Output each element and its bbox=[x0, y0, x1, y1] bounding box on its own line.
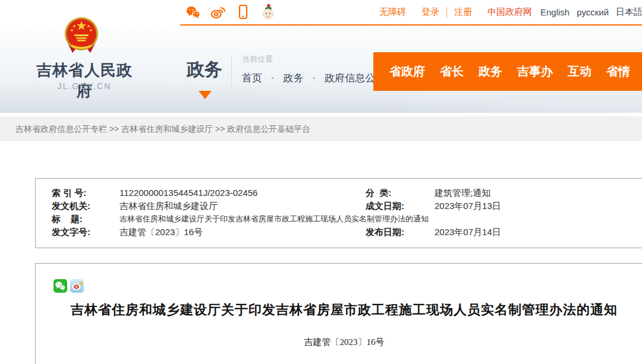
publish-date-label: 发布日期: bbox=[366, 226, 435, 239]
site-domain: JL.GOV.CN bbox=[29, 81, 140, 91]
location-label: 当前位置 bbox=[242, 54, 385, 65]
nav-item-province-profile[interactable]: 省情 bbox=[606, 64, 630, 80]
section-tab-zhengwu[interactable]: 政务 bbox=[187, 58, 222, 82]
nav-item-zhengwu[interactable]: 政务 bbox=[479, 64, 502, 80]
publish-date-value: 2023年07月14日 bbox=[435, 226, 642, 239]
site-header: 吉林省人民政府 JL.GOV.CN 政务 当前位置 首页 政务 政府信息公开 省… bbox=[0, 26, 642, 113]
location-breadcrumb: 首页 政务 政府信息公开 bbox=[242, 71, 385, 85]
login-link[interactable]: 登录 bbox=[421, 7, 439, 18]
breadcrumb-home[interactable]: 首页 bbox=[242, 71, 262, 85]
index-number-label: 索 引 号: bbox=[52, 186, 119, 200]
site-name: 吉林省人民政府 bbox=[29, 60, 140, 102]
login-register-divider bbox=[446, 7, 447, 18]
japanese-link[interactable]: 日本語 bbox=[616, 7, 642, 18]
weibo-icon[interactable] bbox=[210, 4, 226, 21]
english-link[interactable]: English bbox=[540, 7, 569, 17]
article-title: 吉林省住房和城乡建设厅关于印发吉林省房屋市政工程施工现场人员实名制管理办法的通知 bbox=[54, 301, 635, 319]
issuing-agency-value: 吉林省住房和城乡建设厅 bbox=[119, 200, 366, 213]
article-box: 吉林省住房和城乡建设厅关于印发吉林省房屋市政工程施工现场人员实名制管理办法的通知… bbox=[35, 263, 642, 364]
main-nav: 省政府 省长 政务 吉事办 互动 省情 数据 bbox=[373, 52, 642, 91]
mascot-icon[interactable] bbox=[260, 4, 276, 21]
path-bar[interactable]: 吉林省政府信息公开专栏 >> 吉林省住房和城乡建设厅 >> 政府信息公开基础平台 bbox=[0, 116, 642, 141]
accessibility-link[interactable]: 无障碍 bbox=[379, 7, 406, 18]
nav-item-governor[interactable]: 省长 bbox=[440, 64, 464, 80]
nav-item-interaction[interactable]: 互动 bbox=[568, 64, 591, 80]
title-label: 标 题: bbox=[52, 213, 119, 226]
document-info-grid: 索 引 号: 11220000013544541J/2023-02456 分 类… bbox=[52, 186, 642, 239]
mobile-icon[interactable] bbox=[235, 4, 251, 21]
category-value: 建筑管理;通知 bbox=[435, 186, 642, 200]
index-number-value: 11220000013544541J/2023-02456 bbox=[119, 186, 366, 200]
national-emblem-logo-icon[interactable] bbox=[63, 16, 100, 55]
share-row bbox=[54, 279, 635, 293]
header-divider bbox=[231, 55, 232, 90]
russian-link[interactable]: русский bbox=[577, 7, 609, 17]
category-label: 分 类: bbox=[366, 186, 435, 200]
wechat-share-icon[interactable] bbox=[54, 279, 67, 293]
written-date-value: 2023年07月13日 bbox=[435, 200, 642, 213]
register-link[interactable]: 注册 bbox=[454, 7, 472, 18]
current-location: 当前位置 首页 政务 政府信息公开 bbox=[242, 54, 385, 85]
top-bar-links: 无障碍 登录 注册 中国政府网 English русский 日本語 한국어 bbox=[379, 0, 642, 24]
written-date-label: 成文日期: bbox=[366, 200, 435, 213]
wechat-icon[interactable] bbox=[185, 4, 201, 21]
article-doc-number: 吉建管〔2023〕16号 bbox=[54, 337, 635, 348]
title-value: 吉林省住房和城乡建设厅关于印发吉林省房屋市政工程施工现场人员实名制管理办法的通知 bbox=[119, 213, 642, 226]
section-caret-icon bbox=[199, 91, 212, 99]
weibo-share-icon[interactable] bbox=[70, 279, 84, 293]
document-info-box: 索 引 号: 11220000013544541J/2023-02456 分 类… bbox=[35, 178, 642, 248]
nav-item-provincial-government[interactable]: 省政府 bbox=[389, 64, 425, 80]
top-bar-social-icons bbox=[185, 4, 276, 21]
gov-cn-link[interactable]: 中国政府网 bbox=[487, 7, 532, 18]
nav-item-jishiban[interactable]: 吉事办 bbox=[517, 64, 553, 80]
doc-number-label: 发文字号: bbox=[52, 226, 119, 239]
issuing-agency-label: 发文机关: bbox=[52, 200, 119, 213]
doc-number-value: 吉建管〔2023〕16号 bbox=[119, 226, 366, 239]
breadcrumb-zhengwu[interactable]: 政务 bbox=[262, 71, 304, 85]
